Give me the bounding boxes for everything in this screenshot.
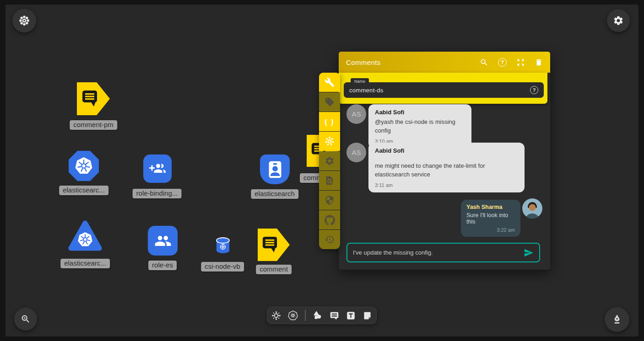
tool-inspect-button[interactable] — [319, 171, 340, 190]
kubernetes-icon — [288, 310, 298, 320]
tool-security-button[interactable] — [319, 191, 340, 210]
search-button[interactable] — [480, 58, 488, 67]
storage-cylinder-icon — [215, 237, 231, 254]
node-role-es[interactable] — [148, 226, 178, 256]
comments-panel-header[interactable]: Comments ? — [339, 52, 550, 73]
name-input[interactable]: Name comment-ds ? — [344, 82, 544, 98]
field-help-icon: ? — [530, 86, 538, 94]
message-author: Aabid Sofi — [375, 147, 518, 154]
name-section: Name comment-ds ? — [339, 73, 547, 104]
node-elasticsearch-triangle[interactable] — [68, 220, 103, 252]
kubernetes-icon — [75, 157, 93, 175]
node-label: elasticsearc... — [59, 186, 108, 195]
node-label: comment-pm — [70, 120, 117, 130]
comments-panel: Comments ? — [339, 52, 550, 270]
comment-icon — [81, 89, 99, 108]
yash-avatar — [522, 198, 542, 218]
kubernetes-tool-button[interactable] — [288, 310, 298, 320]
avatar: AS — [346, 143, 366, 162]
user-photo — [522, 198, 542, 218]
node-label: elasticsearc... — [60, 259, 110, 268]
doc-search-icon — [325, 176, 335, 186]
panel-title: Comments — [346, 59, 480, 66]
message-bubble: Aabid Sofi me might need to change the r… — [368, 143, 525, 192]
node-label: elasticsearch — [251, 189, 298, 199]
comment-icon — [261, 235, 279, 254]
node-role-binding[interactable] — [143, 155, 172, 183]
send-icon — [524, 248, 534, 258]
service-account-icon — [266, 160, 284, 180]
gear-icon — [325, 156, 335, 166]
node-action-toolbar: { } — [319, 73, 340, 249]
kubernetes-icon — [324, 136, 335, 147]
spacer — [375, 154, 518, 162]
comment-icon — [330, 311, 339, 320]
message-bubble: Yash Sharma Sure I'll look into this 3:2… — [461, 200, 520, 237]
wrench-icon — [325, 77, 335, 87]
comment-composer[interactable]: I've update the missing config. — [346, 243, 540, 262]
delete-button[interactable] — [535, 58, 543, 67]
zoom-in-icon — [21, 314, 31, 324]
tool-label-button[interactable] — [319, 92, 340, 112]
message-text: @yash the csi-node is missing config — [375, 118, 465, 135]
kubernetes-icon — [77, 232, 93, 247]
node-csi-node-vb[interactable] — [215, 237, 231, 254]
node-label: role-es — [148, 261, 177, 270]
role-icon — [154, 232, 172, 250]
tool-github-button[interactable] — [319, 210, 340, 229]
shapes-icon — [313, 310, 323, 320]
composer-value: I've update the missing config. — [353, 249, 524, 256]
history-icon — [325, 234, 335, 245]
message-text: me might need to change the rate-limit f… — [375, 162, 518, 179]
message-author: Yash Sharma — [466, 204, 515, 210]
message-time: 3:11 am — [375, 182, 518, 188]
expand-icon — [516, 58, 525, 67]
text-tool-button[interactable] — [346, 311, 356, 320]
tool-json-button[interactable]: { } — [319, 112, 340, 131]
trash-icon — [535, 58, 543, 67]
app-logo-button[interactable] — [12, 9, 36, 32]
message-bubble: Aabid Sofi @yash the csi-node is missing… — [368, 104, 471, 149]
tool-history-button[interactable] — [319, 230, 340, 249]
pen-nib-icon — [611, 314, 623, 325]
node-label: csi-node-vb — [201, 262, 244, 272]
tag-icon — [325, 97, 335, 107]
node-label: comment — [256, 265, 292, 274]
note-tool-button[interactable] — [363, 311, 372, 320]
send-button[interactable] — [524, 248, 534, 258]
settings-button[interactable] — [607, 9, 630, 32]
pen-tool-button[interactable] — [605, 307, 629, 332]
flower-icon — [18, 15, 30, 27]
node-elasticsearch-sa[interactable] — [260, 155, 290, 184]
design-tool-button[interactable] — [271, 311, 281, 320]
message-author: Aabid Sofi — [375, 109, 465, 116]
name-field-label: Name — [351, 78, 369, 84]
github-icon — [325, 215, 335, 225]
node-label: role-binding... — [133, 189, 182, 198]
expand-button[interactable] — [516, 58, 525, 67]
tool-configure-button[interactable] — [319, 73, 340, 92]
tool-settings-button[interactable] — [319, 151, 340, 170]
shapes-tool-button[interactable] — [313, 310, 323, 320]
braces-icon: { } — [325, 118, 335, 126]
text-icon — [346, 311, 356, 320]
search-icon — [480, 58, 488, 67]
message-time: 3:22 am — [466, 227, 515, 233]
role-binding-icon — [149, 160, 166, 177]
help-button[interactable]: ? — [498, 58, 507, 67]
avatar: AS — [346, 104, 366, 124]
shield-icon — [325, 195, 335, 205]
kanvas-app: comment-pm elasticsearc... role-binding.… — [0, 0, 644, 341]
zoom-button[interactable] — [14, 308, 37, 330]
gear-icon — [613, 15, 624, 26]
comment-tool-button[interactable] — [330, 311, 339, 320]
toolbar-divider — [305, 310, 306, 321]
circuit-icon — [271, 311, 281, 320]
tool-kubernetes-button[interactable] — [319, 132, 340, 151]
node-elasticsearch-octagon[interactable] — [69, 151, 99, 181]
name-field-value: comment-ds — [349, 87, 384, 94]
canvas-tools-dock — [267, 307, 377, 324]
message-text: Sure I'll look into this — [466, 212, 515, 225]
note-icon — [363, 311, 372, 320]
